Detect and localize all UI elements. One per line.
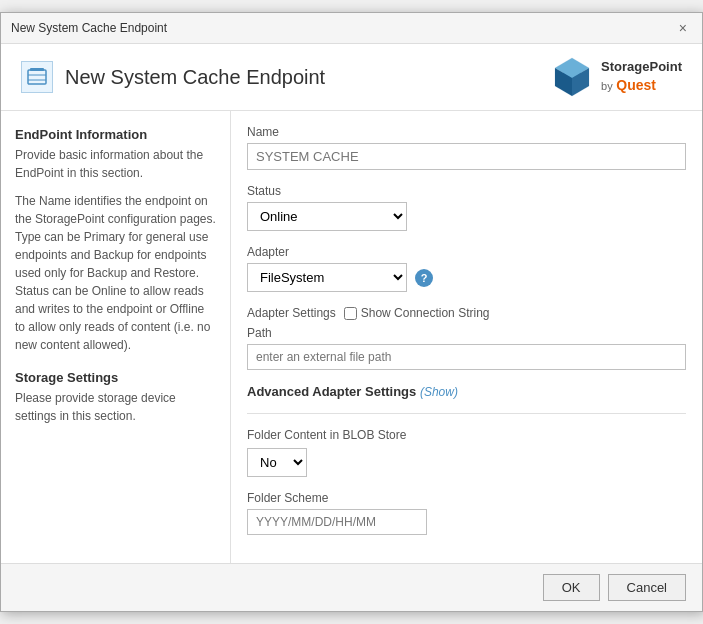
adapter-settings-label: Adapter Settings [247, 306, 336, 320]
dialog-footer: OK Cancel [1, 563, 702, 611]
dialog-body: EndPoint Information Provide basic infor… [1, 111, 702, 563]
show-connection-label[interactable]: Show Connection String [344, 306, 490, 320]
adapter-field-group: Adapter FileSystem Azure Blob Amazon S3 … [247, 245, 686, 292]
adapter-info-icon[interactable]: ? [415, 269, 433, 287]
advanced-settings: Advanced Adapter Settings (Show) [247, 384, 686, 399]
endpoint-desc1: Provide basic information about the EndP… [15, 146, 216, 182]
header-icon [21, 61, 53, 93]
dialog: New System Cache Endpoint × New System C… [0, 12, 703, 612]
show-connection-checkbox[interactable] [344, 307, 357, 320]
advanced-bold-text: Advanced Adapter Settings [247, 384, 416, 399]
endpoint-section-title: EndPoint Information [15, 127, 216, 142]
endpoint-desc2: The Name identifies the endpoint on the … [15, 192, 216, 354]
adapter-row: FileSystem Azure Blob Amazon S3 ? [247, 263, 686, 292]
name-label: Name [247, 125, 686, 139]
folder-scheme-group: Folder Scheme [247, 491, 686, 535]
brand-icon [551, 56, 593, 98]
adapter-settings-row: Adapter Settings Show Connection String [247, 306, 686, 320]
folder-content-select[interactable]: No Yes [247, 448, 307, 477]
blob-label: Folder Content in BLOB Store [247, 428, 686, 442]
brand-text: StoragePoint by Quest [601, 59, 682, 95]
name-field-group: Name [247, 125, 686, 170]
dialog-title: New System Cache Endpoint [65, 66, 325, 89]
brand-quest: Quest [616, 77, 656, 93]
folder-scheme-label: Folder Scheme [247, 491, 686, 505]
status-field-group: Status Online Offline [247, 184, 686, 231]
brand-by: by [601, 80, 613, 92]
path-input[interactable] [247, 344, 686, 370]
adapter-select[interactable]: FileSystem Azure Blob Amazon S3 [247, 263, 407, 292]
cancel-button[interactable]: Cancel [608, 574, 686, 601]
storage-section-title: Storage Settings [15, 370, 216, 385]
path-label: Path [247, 326, 686, 340]
folder-content-group: Folder Content in BLOB Store No Yes [247, 428, 686, 477]
header-left: New System Cache Endpoint [21, 61, 325, 93]
status-label: Status [247, 184, 686, 198]
path-field-group: Path [247, 326, 686, 370]
title-bar: New System Cache Endpoint × [1, 13, 702, 44]
adapter-label: Adapter [247, 245, 686, 259]
storage-desc: Please provide storage device settings i… [15, 389, 216, 425]
advanced-show-link[interactable]: (Show) [420, 385, 458, 399]
status-select[interactable]: Online Offline [247, 202, 407, 231]
brand-logo: StoragePoint by Quest [551, 56, 682, 98]
dialog-header: New System Cache Endpoint StoragePoint b… [1, 44, 702, 111]
title-bar-text: New System Cache Endpoint [11, 21, 167, 35]
left-panel: EndPoint Information Provide basic infor… [1, 111, 231, 563]
show-connection-text: Show Connection String [361, 306, 490, 320]
folder-scheme-input[interactable] [247, 509, 427, 535]
svg-rect-1 [30, 68, 44, 71]
ok-button[interactable]: OK [543, 574, 600, 601]
brand-storagepoint: StoragePoint [601, 59, 682, 74]
svg-rect-0 [28, 70, 46, 84]
cache-icon [26, 66, 48, 88]
close-button[interactable]: × [674, 19, 692, 37]
right-panel: Name Status Online Offline Adapter FileS… [231, 111, 702, 563]
name-input[interactable] [247, 143, 686, 170]
divider [247, 413, 686, 414]
